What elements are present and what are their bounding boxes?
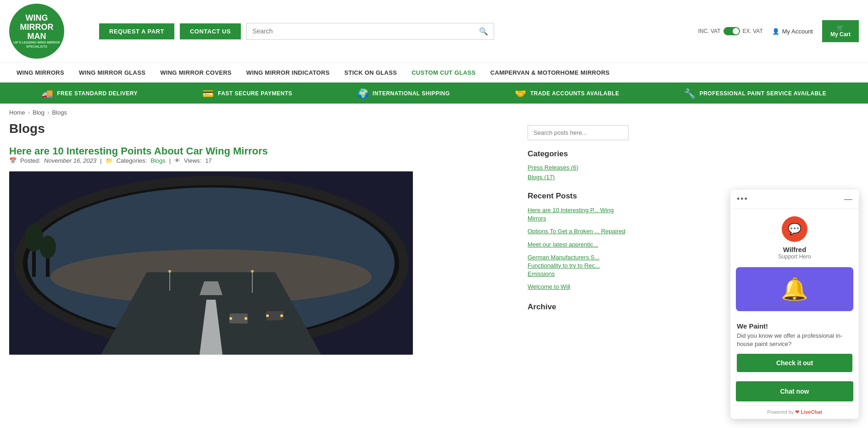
logo-sub-text: UK'S LEADING WING MIRROR SPECIALISTS	[9, 41, 64, 49]
bell-icon: 🔔	[781, 276, 808, 302]
category-blogs[interactable]: Blogs (17)	[528, 174, 629, 181]
svg-point-12	[280, 314, 283, 317]
svg-point-11	[266, 314, 269, 317]
categories-title: Categories	[528, 149, 629, 159]
breadcrumb-home[interactable]: Home	[9, 109, 25, 116]
cart-icon: 🛒	[837, 25, 844, 31]
views-count: 17	[205, 157, 211, 164]
chat-minimize-button[interactable]: —	[844, 195, 852, 203]
nav-item-wing-mirrors[interactable]: WING MIRRORS	[9, 63, 72, 82]
pipe-sep2: |	[169, 157, 171, 164]
recent-post-2[interactable]: Options To Get a Broken ... Repaired	[528, 227, 629, 236]
sidebar-archive-section: Archive	[528, 302, 629, 312]
nav-bar: WING MIRRORS WING MIRROR GLASS WING MIRR…	[0, 63, 868, 83]
feature-paint-label: PROFESSIONAL PAINT SERVICE AVAILABLE	[700, 90, 826, 97]
agent-avatar: 💬	[782, 216, 807, 242]
posted-label: Posted:	[20, 157, 40, 164]
archive-title: Archive	[528, 302, 629, 312]
trade-icon: 🤝	[515, 88, 527, 99]
folder-icon: 📁	[106, 157, 113, 164]
feature-payments: 💳 FAST SECURE PAYMENTS	[202, 88, 292, 99]
svg-point-9	[229, 317, 232, 320]
my-account-button[interactable]: 👤 My Account	[772, 28, 813, 35]
feature-payments-label: FAST SECURE PAYMENTS	[218, 90, 292, 97]
categories-label: Categories:	[117, 157, 147, 164]
feature-paint: 🔧 PROFESSIONAL PAINT SERVICE AVAILABLE	[684, 88, 826, 99]
header-actions: REQUEST A PART CONTACT US 🔍	[99, 23, 691, 40]
svg-point-16	[251, 270, 254, 273]
vat-toggle: INC. VAT EX. VAT	[698, 27, 763, 35]
my-cart-label: My Cart	[830, 31, 851, 38]
agent-avatar-icon: 💬	[788, 223, 801, 236]
feature-trade: 🤝 TRADE ACCOUNTS AVAILABLE	[515, 88, 619, 99]
search-icon: 🔍	[479, 27, 488, 36]
sidebar-recent-posts-section: Recent Posts Here are 10 Interesting P..…	[528, 192, 629, 291]
breadcrumb-current: Blogs	[52, 109, 67, 116]
logo[interactable]: WING MIRRORMAN UK'S LEADING WING MIRROR …	[9, 4, 64, 59]
eye-icon: 👁	[174, 157, 180, 164]
chat-menu-dots[interactable]: •••	[737, 194, 748, 204]
international-icon: 🌍	[357, 88, 369, 99]
logo-text: WING MIRRORMAN	[9, 14, 64, 41]
page-title: Blogs	[9, 121, 514, 136]
sidebar-categories-section: Categories Press Releases (6) Blogs (17)	[528, 149, 629, 181]
posted-date: November 16, 2023	[44, 157, 96, 164]
chat-promo-card: 🔔	[736, 267, 853, 311]
agent-name: Wilfred	[783, 246, 807, 253]
delivery-icon: 🚚	[42, 88, 54, 99]
sidebar: Categories Press Releases (6) Blogs (17)…	[528, 121, 629, 355]
recent-posts-title: Recent Posts	[528, 192, 629, 201]
request-part-button[interactable]: REQUEST A PART	[99, 23, 174, 39]
chat-header: ••• —	[730, 190, 859, 209]
post-meta: 📅 Posted: November 16, 2023 | 📁 Categori…	[9, 157, 514, 164]
chat-agent-area: 💬 Wilfred Support Hero	[730, 209, 859, 267]
check-it-out-button[interactable]: Check it out	[737, 354, 852, 368]
views-label: Views:	[184, 157, 201, 164]
contact-us-button[interactable]: CONTACT US	[180, 23, 241, 39]
vat-toggle-switch[interactable]	[723, 27, 740, 35]
nav-item-wing-mirror-covers[interactable]: WING MIRROR COVERS	[153, 63, 239, 82]
feature-international-label: INTERNATIONAL SHIPPING	[373, 90, 450, 97]
post-title-link[interactable]: Here are 10 Interesting Points About Car…	[9, 145, 268, 157]
payments-icon: 💳	[202, 88, 214, 99]
nav-item-wing-mirror-indicators[interactable]: WING MIRROR INDICATORS	[239, 63, 337, 82]
agent-role: Support Hero	[778, 253, 811, 260]
breadcrumb-blog[interactable]: Blog	[33, 109, 45, 116]
my-cart-button[interactable]: 🛒 My Cart	[822, 20, 859, 42]
chat-promo-title: We Paint!	[737, 322, 852, 330]
paint-icon: 🔧	[684, 88, 696, 99]
chat-message-area: We Paint! Did you know we offer a profes…	[730, 317, 859, 368]
nav-item-custom-cut-glass[interactable]: CUSTOM CUT GLASS	[404, 63, 483, 82]
account-icon: 👤	[772, 28, 779, 35]
chat-widget: ••• — 💬 Wilfred Support Hero 🔔 We Paint!…	[730, 190, 859, 368]
feature-international: 🌍 INTERNATIONAL SHIPPING	[357, 88, 450, 99]
category-press-releases[interactable]: Press Releases (6)	[528, 164, 629, 171]
recent-post-1[interactable]: Here are 10 Interesting P... Wing Mirror…	[528, 206, 629, 223]
recent-post-4[interactable]: German Manufacturers S... Functionality …	[528, 253, 629, 279]
header-right: INC. VAT EX. VAT 👤 My Account 🛒 My Cart	[698, 20, 859, 42]
feature-trade-label: TRADE ACCOUNTS AVAILABLE	[530, 90, 619, 97]
chat-promo-description: Did you know we offer a professional in-…	[737, 332, 852, 348]
my-account-label: My Account	[782, 28, 813, 35]
content-area: Blogs Here are 10 Interesting Points Abo…	[9, 121, 514, 355]
category-link[interactable]: Blogs	[150, 157, 166, 164]
post-image-svg	[9, 171, 413, 355]
search-input[interactable]	[252, 27, 479, 35]
nav-item-wing-mirror-glass[interactable]: WING MIRROR GLASS	[72, 63, 153, 82]
pipe-sep: |	[100, 157, 101, 164]
breadcrumb: Home › Blog › Blogs	[0, 104, 868, 121]
feature-delivery-label: FREE STANDARD DELIVERY	[57, 90, 138, 97]
recent-post-5[interactable]: Welcome to Will	[528, 283, 629, 291]
vat-exc-label: EX. VAT	[743, 28, 763, 34]
calendar-icon: 📅	[9, 157, 17, 164]
logo-area[interactable]: WING MIRRORMAN UK'S LEADING WING MIRROR …	[9, 4, 92, 59]
breadcrumb-sep-1: ›	[28, 109, 30, 116]
feature-delivery: 🚚 FREE STANDARD DELIVERY	[42, 88, 138, 99]
nav-item-campervan[interactable]: CAMPERVAN & MOTORHOME MIRRORS	[483, 63, 617, 82]
header-top: WING MIRRORMAN UK'S LEADING WING MIRROR …	[0, 0, 868, 63]
sidebar-search-input[interactable]	[528, 125, 629, 140]
post-image	[9, 171, 413, 355]
recent-post-3[interactable]: Meet our latest apprentic...	[528, 241, 629, 249]
nav-item-stick-on-glass[interactable]: STICK ON GLASS	[337, 63, 404, 82]
svg-point-10	[245, 317, 247, 320]
